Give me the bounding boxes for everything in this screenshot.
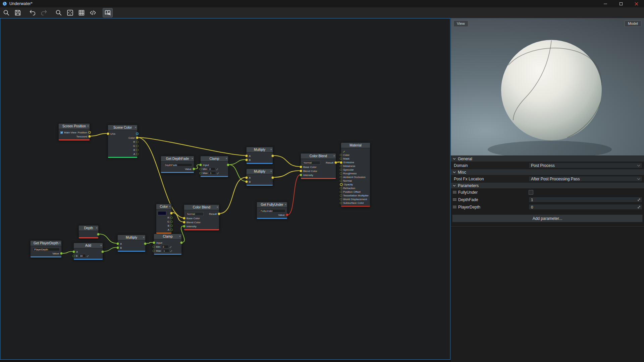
- port-yellow-output[interactable]: [88, 131, 91, 134]
- fit-view-button[interactable]: [65, 8, 75, 17]
- port-yellow-input[interactable]: [300, 170, 302, 172]
- port-green-input[interactable]: [153, 246, 155, 248]
- node-title[interactable]: Get PlayerDepth×: [31, 241, 61, 246]
- redo-button[interactable]: [39, 8, 49, 17]
- port-green-output[interactable]: [101, 250, 104, 253]
- port-olive-input[interactable]: [340, 198, 342, 200]
- value-field[interactable]: 0: [208, 167, 215, 171]
- node-title[interactable]: Multiply×: [118, 235, 145, 240]
- drag-handle-icon[interactable]: [451, 205, 458, 208]
- node-scene-color[interactable]: Scene Color×UVsColorRGBA: [108, 125, 138, 158]
- node-close-icon[interactable]: ×: [87, 124, 89, 129]
- fullyunder-checkbox[interactable]: [529, 190, 533, 195]
- port-green-input[interactable]: [72, 250, 75, 253]
- node-title[interactable]: Add×: [74, 243, 103, 248]
- port-red-output[interactable]: [286, 214, 288, 216]
- port-yellow-input[interactable]: [183, 221, 185, 224]
- port-green-input[interactable]: [300, 174, 302, 176]
- section-general[interactable]: General: [451, 156, 644, 162]
- port-olive-input[interactable]: [340, 191, 342, 193]
- port-yellow-input[interactable]: [245, 155, 248, 157]
- value-field[interactable]: PlayerDepth: [33, 248, 60, 251]
- port-green-input[interactable]: [153, 250, 155, 252]
- node-depth[interactable]: Depth×: [78, 225, 99, 239]
- grid-button[interactable]: [77, 8, 86, 17]
- value-field[interactable]: 0: [161, 245, 169, 248]
- port-olive-input[interactable]: [340, 194, 342, 197]
- value-field[interactable]: 30: [78, 254, 86, 257]
- node-get-fullyunder[interactable]: Get FullyUnder×FullyUnderValue: [257, 202, 287, 219]
- node-title[interactable]: Material: [341, 143, 370, 148]
- port-green-input[interactable]: [116, 242, 119, 245]
- node-title[interactable]: Color Blend×: [184, 205, 219, 210]
- port-olive-output[interactable]: [136, 153, 139, 155]
- port-olive-output[interactable]: [136, 149, 139, 151]
- port-yellow-input[interactable]: [245, 176, 248, 179]
- node-title[interactable]: Multiply×: [247, 147, 273, 153]
- port-olive-output[interactable]: [136, 145, 139, 147]
- node-get-depthfade[interactable]: Get DepthFade×DepthFadeValue: [161, 156, 194, 173]
- value-field[interactable]: 1: [209, 171, 216, 175]
- node-material[interactable]: MaterialColorMaskEmissiveMetalnessSpecul…: [341, 142, 370, 207]
- port-olive-input[interactable]: [340, 158, 342, 160]
- node-color-blend-1[interactable]: Color Blend×NormalResultBase ColorBlend …: [301, 153, 336, 179]
- minimize-button[interactable]: [598, 0, 613, 7]
- port-green-output[interactable]: [170, 221, 173, 223]
- port-green-output[interactable]: [193, 168, 195, 170]
- depthfade-field[interactable]: 1: [529, 197, 642, 202]
- port-yellow-output[interactable]: [170, 212, 173, 215]
- port-green-output[interactable]: [170, 229, 173, 231]
- port-yellow-input[interactable]: [107, 132, 109, 135]
- port-yellow-input[interactable]: [340, 161, 342, 164]
- port-green-output[interactable]: [144, 242, 147, 245]
- value-field[interactable]: 1: [162, 249, 169, 252]
- port-olive-input[interactable]: [340, 154, 342, 156]
- port-olive-input[interactable]: [340, 169, 342, 171]
- node-title[interactable]: Color×: [156, 204, 171, 209]
- node-close-icon[interactable]: ×: [226, 156, 227, 161]
- node-close-icon[interactable]: ×: [96, 226, 98, 231]
- node-close-icon[interactable]: ×: [179, 234, 181, 239]
- port-green-input[interactable]: [199, 164, 202, 166]
- value-field[interactable]: FullyUnder: [259, 209, 285, 213]
- node-color[interactable]: Color×RGBA: [156, 204, 172, 234]
- view-button[interactable]: View: [453, 20, 468, 27]
- node-title[interactable]: Color Blend×: [301, 154, 336, 159]
- node-close-icon[interactable]: ×: [270, 169, 272, 174]
- port-yellow-output[interactable]: [136, 136, 139, 139]
- node-clamp-2[interactable]: Clamp×InputMin0Max1: [154, 234, 182, 255]
- node-multiply-1[interactable]: Multiply×AB: [246, 147, 273, 164]
- value-field[interactable]: DepthFade: [163, 163, 192, 167]
- playerdepth-field[interactable]: 0: [529, 204, 642, 210]
- add-parameter-button[interactable]: Add parameter...: [452, 215, 643, 222]
- range-expand-icon[interactable]: [637, 205, 641, 209]
- node-close-icon[interactable]: ×: [217, 205, 218, 210]
- undo-button[interactable]: [28, 8, 37, 17]
- port-yellow-output[interactable]: [334, 161, 337, 164]
- port-olive-input[interactable]: [340, 172, 342, 175]
- node-close-icon[interactable]: ×: [143, 235, 145, 240]
- port-olive-output[interactable]: [136, 141, 139, 143]
- blend-mode-dropdown[interactable]: Normal: [185, 212, 204, 216]
- node-add[interactable]: Add×AB30: [73, 243, 103, 260]
- node-clamp-1[interactable]: Clamp×InputMin0Max1: [200, 156, 228, 177]
- range-expand-icon[interactable]: [170, 248, 172, 254]
- port-big-input[interactable]: [340, 183, 343, 186]
- node-color-blend-2[interactable]: Color Blend×NormalResultBase ColorBlend …: [184, 204, 219, 231]
- port-teal-output[interactable]: [136, 132, 139, 135]
- node-title[interactable]: Depth×: [79, 226, 98, 231]
- port-green-input[interactable]: [153, 241, 155, 244]
- zoom-button[interactable]: [2, 8, 11, 17]
- node-screen-position[interactable]: Screen Position×Main ViewPositionTexcoor…: [58, 123, 90, 141]
- section-misc[interactable]: Misc: [451, 169, 644, 175]
- port-green-input[interactable]: [183, 225, 185, 228]
- port-olive-input[interactable]: [340, 180, 342, 182]
- node-title[interactable]: Clamp×: [201, 156, 228, 162]
- code-button[interactable]: [88, 8, 98, 17]
- port-olive-input[interactable]: [340, 176, 342, 178]
- port-green-output[interactable]: [170, 217, 173, 219]
- node-title[interactable]: Screen Position×: [59, 124, 90, 129]
- drag-handle-icon[interactable]: [451, 191, 458, 194]
- node-graph-canvas[interactable]: Screen Position×Main ViewPositionTexcoor…: [0, 18, 450, 360]
- port-olive-input[interactable]: [340, 187, 342, 189]
